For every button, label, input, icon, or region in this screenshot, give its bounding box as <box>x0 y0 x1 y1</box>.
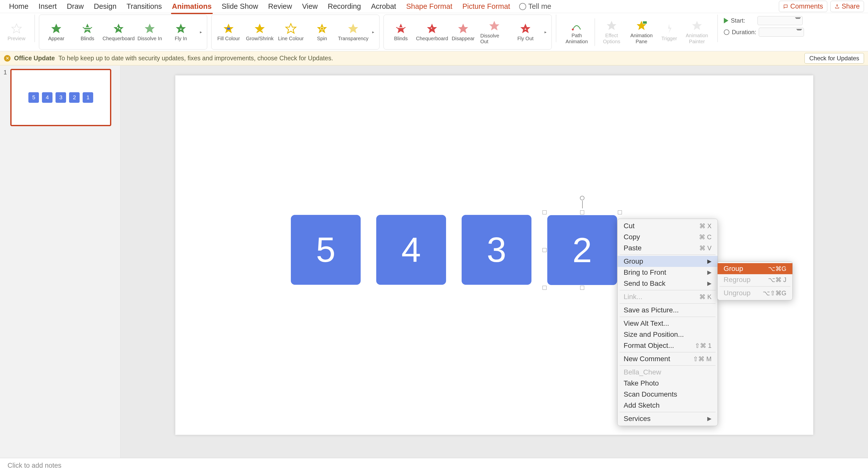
thumb-shape: 3 <box>56 92 66 103</box>
menu-new-comment[interactable]: New Comment⇧⌘ M <box>618 353 718 364</box>
menu-separator <box>620 365 716 366</box>
shape-2-selected[interactable]: 2 <box>547 215 617 285</box>
rotate-handle[interactable] <box>580 196 584 200</box>
tab-picture-format[interactable]: Picture Format <box>457 0 515 13</box>
slide-canvas[interactable]: 5 4 3 2 Cut⌘ X Copy⌘ C Paste⌘ V <box>175 76 813 435</box>
resize-handle-ne[interactable] <box>618 210 622 214</box>
comments-button[interactable]: Comments <box>779 1 827 12</box>
menu-save-picture[interactable]: Save as Picture... <box>618 305 718 316</box>
menu-paste[interactable]: Paste⌘ V <box>618 242 718 254</box>
tab-acrobat[interactable]: Acrobat <box>366 0 401 13</box>
menu-group[interactable]: Group▶ <box>618 256 718 267</box>
duration-label: Duration: <box>732 29 756 36</box>
effect-spin[interactable]: Spin <box>308 23 336 41</box>
effect-options-button[interactable]: Effect Options <box>599 19 624 46</box>
share-label: Share <box>842 2 860 10</box>
menu-size-position[interactable]: Size and Position... <box>618 329 718 340</box>
tab-slide-show[interactable]: Slide Show <box>217 0 263 13</box>
comment-icon <box>783 4 788 9</box>
menu-scan-documents[interactable]: Scan Documents <box>618 389 718 400</box>
resize-handle-s[interactable] <box>580 286 584 290</box>
exit-more-dropdown[interactable]: ▸ <box>542 21 549 43</box>
menu-separator <box>620 352 716 352</box>
trigger-icon <box>663 23 675 34</box>
star-yellow-icon <box>254 23 266 35</box>
tell-me-search[interactable]: Tell me <box>519 2 551 10</box>
menu-send-back[interactable]: Send to Back▶ <box>618 278 718 289</box>
resize-handle-nw[interactable] <box>542 210 547 214</box>
shape-5[interactable]: 5 <box>291 215 361 285</box>
effect-fly-out[interactable]: Fly Out <box>512 23 539 41</box>
shape-3[interactable]: 3 <box>462 215 531 285</box>
effect-fill-colour[interactable]: Fill Colour <box>215 23 243 41</box>
effect-dissolve-out[interactable]: Dissolve Out <box>480 20 508 45</box>
animation-pane-button[interactable]: Animation Pane <box>628 19 655 46</box>
tab-draw[interactable]: Draw <box>62 0 89 13</box>
menu-format-object[interactable]: Format Object...⇧⌘ 1 <box>618 340 718 351</box>
tab-recording[interactable]: Recording <box>323 0 366 13</box>
tab-animations[interactable]: Animations <box>167 0 217 13</box>
tab-design[interactable]: Design <box>89 0 122 13</box>
svg-marker-5 <box>114 24 124 33</box>
star-red-icon <box>457 23 469 35</box>
svg-marker-22 <box>489 21 499 30</box>
effect-blinds[interactable]: Blinds <box>73 23 101 41</box>
advanced-animation-group: Path Animation Effect Options Animation … <box>560 14 713 50</box>
menu-alt-text[interactable]: View Alt Text... <box>618 318 718 329</box>
star-green-icon <box>113 23 125 35</box>
tab-home[interactable]: Home <box>4 0 33 13</box>
effect-fly-in[interactable]: Fly In <box>167 23 195 41</box>
resize-handle-n[interactable] <box>580 210 584 214</box>
slide-thumbnail-panel: 1 5 4 3 2 1 <box>0 65 121 458</box>
menu-bring-front[interactable]: Bring to Front▶ <box>618 267 718 278</box>
tab-view[interactable]: View <box>297 0 323 13</box>
resize-handle-w[interactable] <box>542 248 547 252</box>
menu-add-sketch[interactable]: Add Sketch <box>618 400 718 411</box>
preview-label: Preview <box>7 35 25 41</box>
svg-marker-9 <box>176 24 186 33</box>
menu-services[interactable]: Services▶ <box>618 413 718 424</box>
menu-copy[interactable]: Copy⌘ C <box>618 232 718 242</box>
tab-transitions[interactable]: Transitions <box>122 0 167 13</box>
effect-line-colour[interactable]: Line Colour <box>277 23 305 41</box>
slide-thumbnail-1[interactable]: 5 4 3 2 1 <box>10 69 111 126</box>
menu-take-photo[interactable]: Take Photo <box>618 378 718 389</box>
selection-box[interactable]: 2 <box>545 212 620 288</box>
notes-pane[interactable]: Click to add notes <box>0 458 868 473</box>
effect-blinds-exit[interactable]: Blinds <box>387 23 415 41</box>
submenu-group[interactable]: Group⌥⌘G <box>718 263 793 274</box>
effect-transparency[interactable]: Transparency <box>339 23 367 41</box>
tab-shape-format[interactable]: Shape Format <box>401 0 457 13</box>
resize-handle-sw[interactable] <box>542 286 547 290</box>
main-area: 1 5 4 3 2 1 5 4 3 2 <box>0 65 868 458</box>
tab-review[interactable]: Review <box>263 0 297 13</box>
effect-chequerboard-exit[interactable]: Chequerboard <box>418 23 446 41</box>
chevron-right-icon: ▶ <box>707 415 712 422</box>
emphasis-more-dropdown[interactable]: ▸ <box>370 21 376 43</box>
slide-editor[interactable]: 5 4 3 2 Cut⌘ X Copy⌘ C Paste⌘ V <box>121 65 868 458</box>
tab-insert[interactable]: Insert <box>33 0 62 13</box>
painter-icon <box>691 20 703 31</box>
check-updates-button[interactable]: Check for Updates <box>804 53 864 64</box>
preview-button[interactable]: Preview <box>5 22 27 42</box>
effect-chequerboard[interactable]: Chequerboard <box>104 23 133 41</box>
svg-marker-16 <box>348 24 358 33</box>
menu-cut[interactable]: Cut⌘ X <box>618 220 718 232</box>
effect-appear[interactable]: Appear <box>42 23 70 41</box>
effect-disappear[interactable]: Disappear <box>449 23 477 41</box>
svg-rect-7 <box>119 28 120 29</box>
trigger-button[interactable]: Trigger <box>659 22 679 42</box>
start-dropdown[interactable] <box>757 16 803 25</box>
menu-device-name: Bella_Chew <box>618 367 718 378</box>
svg-marker-21 <box>458 24 468 33</box>
effect-grow-shrink[interactable]: Grow/Shrink <box>246 23 274 41</box>
effect-dissolve-in[interactable]: Dissolve In <box>135 23 164 41</box>
duration-input[interactable] <box>759 28 804 37</box>
animation-painter-button[interactable]: Animation Painter <box>684 19 710 46</box>
path-animation-button[interactable]: Path Animation <box>563 19 590 46</box>
entrance-more-dropdown[interactable]: ▸ <box>198 21 204 43</box>
pane-icon <box>636 20 647 31</box>
share-button[interactable]: Share <box>830 1 864 12</box>
star-green-icon <box>50 23 62 35</box>
shape-4[interactable]: 4 <box>376 215 446 285</box>
